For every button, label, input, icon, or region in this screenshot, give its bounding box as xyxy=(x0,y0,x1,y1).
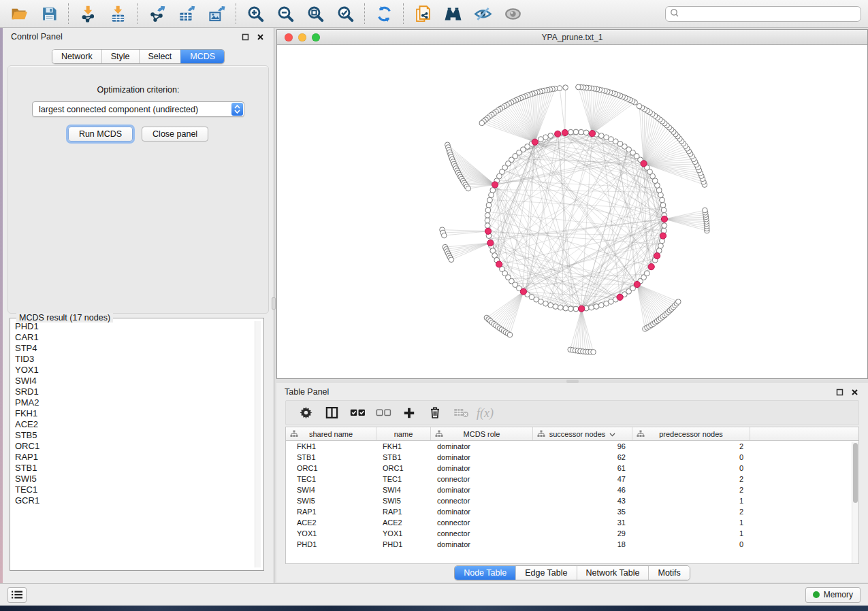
export-image-icon[interactable] xyxy=(207,4,226,23)
ring-node[interactable] xyxy=(598,303,604,308)
mcds-dominator-node[interactable] xyxy=(520,288,526,295)
mcds-result-item[interactable]: RAP1 xyxy=(13,452,255,463)
import-table-icon[interactable] xyxy=(108,4,127,23)
task-history-button[interactable] xyxy=(7,587,27,603)
mcds-result-item[interactable]: YOX1 xyxy=(13,365,255,376)
close-window-icon[interactable] xyxy=(285,33,293,42)
mcds-dominator-node[interactable] xyxy=(492,182,498,188)
table-tab-edge-table[interactable]: Edge Table xyxy=(515,566,576,580)
table-row[interactable]: SWI4SWI4dominator462 xyxy=(286,484,858,495)
mcds-dominator-node[interactable] xyxy=(562,129,568,135)
import-network-icon[interactable] xyxy=(78,4,97,23)
ring-node[interactable] xyxy=(573,306,579,312)
leaf-node[interactable] xyxy=(557,86,562,91)
table-row[interactable]: RAP1RAP1dominator352 xyxy=(286,506,858,517)
ring-node[interactable] xyxy=(486,203,492,208)
leaf-node[interactable] xyxy=(507,332,513,337)
column-header-name[interactable]: name xyxy=(376,427,431,440)
leaf-node[interactable] xyxy=(576,84,581,90)
tab-style[interactable]: Style xyxy=(101,50,139,63)
ring-node[interactable] xyxy=(583,130,589,135)
table-scrollbar-thumb[interactable] xyxy=(853,443,858,503)
leaf-node[interactable] xyxy=(449,257,454,263)
mcds-dominator-node[interactable] xyxy=(617,294,623,300)
zoom-selected-icon[interactable] xyxy=(336,4,355,23)
mcds-dominator-node[interactable] xyxy=(648,264,654,270)
zoom-fit-icon[interactable] xyxy=(306,4,325,23)
network-canvas[interactable] xyxy=(277,45,867,378)
float-panel-icon[interactable] xyxy=(240,31,251,42)
mcds-result-item[interactable]: CAR1 xyxy=(13,332,255,343)
ring-node[interactable] xyxy=(485,223,490,229)
export-network-icon[interactable] xyxy=(147,4,166,23)
column-header-shared-name[interactable]: shared name xyxy=(286,427,376,440)
leaf-node[interactable] xyxy=(442,233,447,238)
network-window-titlebar[interactable]: YPA_prune.txt_1 xyxy=(277,30,867,45)
table-row[interactable]: PHD1PHD1dominator180 xyxy=(286,539,858,550)
mcds-result-item[interactable]: PHD1 xyxy=(13,321,255,332)
ring-node[interactable] xyxy=(644,271,649,276)
tab-select[interactable]: Select xyxy=(139,50,181,63)
ring-node[interactable] xyxy=(660,197,665,203)
ring-node[interactable] xyxy=(658,243,664,248)
export-table-icon[interactable] xyxy=(177,4,196,23)
ring-node[interactable] xyxy=(662,223,667,229)
mcds-result-item[interactable]: STB1 xyxy=(13,463,255,474)
mcds-result-item[interactable]: SWI4 xyxy=(13,376,255,386)
ring-node[interactable] xyxy=(598,133,604,139)
gear-icon[interactable] xyxy=(293,403,319,423)
leaf-node[interactable] xyxy=(479,120,485,126)
run-mcds-button[interactable]: Run MCDS xyxy=(68,127,133,142)
column-header-predecessor-nodes[interactable]: predecessor nodes xyxy=(632,427,750,440)
leaf-node[interactable] xyxy=(563,85,568,90)
leaf-node[interactable] xyxy=(703,208,708,213)
mcds-dominator-node[interactable] xyxy=(485,228,491,234)
tab-mcds[interactable]: MCDS xyxy=(180,50,224,63)
ring-node[interactable] xyxy=(485,208,491,213)
mcds-result-item[interactable]: ACE2 xyxy=(13,419,255,430)
mcds-result-item[interactable]: TEC1 xyxy=(13,484,255,495)
ring-node[interactable] xyxy=(553,304,558,310)
table-tab-network-table[interactable]: Network Table xyxy=(577,566,649,580)
ring-node[interactable] xyxy=(548,133,553,139)
mcds-result-scrollbar[interactable] xyxy=(255,321,261,567)
table-row[interactable]: ACE2ACE2connector311 xyxy=(286,517,858,528)
table-row[interactable]: YOX1YOX1connector291 xyxy=(286,528,858,539)
ring-node[interactable] xyxy=(658,193,664,198)
mcds-result-item[interactable]: ORC1 xyxy=(13,441,255,452)
ring-node[interactable] xyxy=(485,218,490,223)
vertical-splitter-handle[interactable] xyxy=(272,297,276,310)
search-box[interactable] xyxy=(665,6,861,22)
ring-node[interactable] xyxy=(660,203,666,208)
close-panel-button[interactable]: Close panel xyxy=(142,127,208,142)
column-header-successor-nodes[interactable]: successor nodes xyxy=(533,427,632,440)
search-input[interactable] xyxy=(682,7,861,20)
mcds-result-item[interactable]: SWI5 xyxy=(13,474,255,484)
delete-column-icon[interactable] xyxy=(422,403,448,423)
mcds-result-item[interactable]: STB5 xyxy=(13,430,255,441)
open-folder-icon[interactable] xyxy=(10,4,29,23)
mcds-dominator-node[interactable] xyxy=(579,306,585,312)
ring-node[interactable] xyxy=(539,137,544,142)
ring-node[interactable] xyxy=(543,301,549,306)
ring-node[interactable] xyxy=(568,129,574,135)
ring-node[interactable] xyxy=(558,305,564,310)
network-graph[interactable] xyxy=(277,45,867,378)
mcds-dominator-node[interactable] xyxy=(661,216,667,222)
ring-node[interactable] xyxy=(548,303,553,308)
table-row[interactable]: STB1STB1dominator620 xyxy=(286,452,858,463)
ring-node[interactable] xyxy=(568,306,574,312)
vizmapper-icon[interactable] xyxy=(473,4,492,23)
mcds-result-item[interactable]: GCR1 xyxy=(13,495,255,506)
memory-button[interactable]: Memory xyxy=(805,587,861,603)
minimize-window-icon[interactable] xyxy=(298,33,306,42)
table-row[interactable]: FKH1FKH1dominator962 xyxy=(286,441,858,452)
leaf-node[interactable] xyxy=(591,350,596,355)
ring-node[interactable] xyxy=(661,208,666,213)
ring-node[interactable] xyxy=(579,129,584,135)
select-all-icon[interactable] xyxy=(344,403,370,423)
mcds-dominator-node[interactable] xyxy=(634,281,640,287)
ring-node[interactable] xyxy=(594,304,599,310)
table-tab-motifs[interactable]: Motifs xyxy=(648,566,689,580)
mcds-dominator-node[interactable] xyxy=(487,240,494,246)
